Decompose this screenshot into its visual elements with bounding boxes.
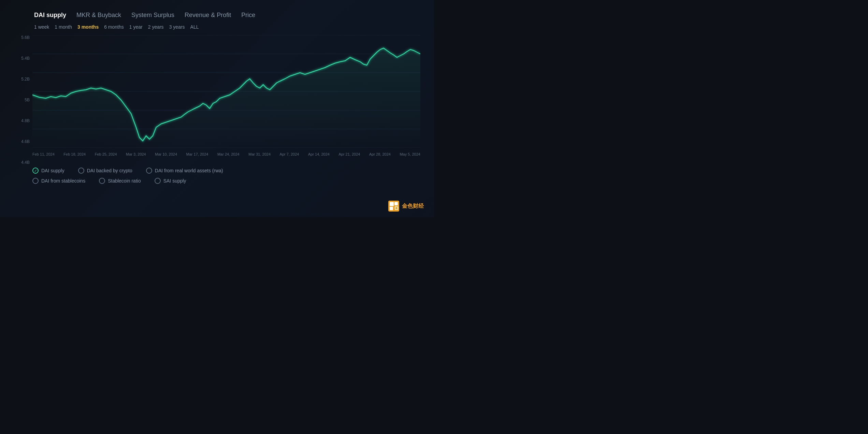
x-label-3: Mar 3, 2024 — [126, 152, 146, 156]
filter-all[interactable]: ALL — [190, 24, 199, 30]
legend-dai-backed-crypto[interactable]: DAI backed by crypto — [78, 168, 132, 174]
x-label-2: Feb 25, 2024 — [95, 152, 117, 156]
x-axis: Feb 11, 2024 Feb 18, 2024 Feb 25, 2024 M… — [32, 152, 420, 156]
legend-circle-stablecoin-ratio — [99, 178, 105, 184]
tab-price[interactable]: Price — [241, 10, 255, 20]
legend-label-stablecoin-ratio: Stablecoin ratio — [108, 178, 141, 184]
x-label-9: Apr 14, 2024 — [308, 152, 330, 156]
y-label-52: 5.2B — [14, 77, 30, 82]
legend-dai-supply[interactable]: DAI supply — [32, 168, 64, 174]
filter-2years[interactable]: 2 years — [148, 24, 164, 30]
legend-area: DAI supply DAI backed by crypto DAI from… — [14, 168, 420, 184]
nav-tabs: DAI supply MKR & Buyback System Surplus … — [14, 10, 420, 20]
x-label-1: Feb 18, 2024 — [63, 152, 86, 156]
filter-1week[interactable]: 1 week — [34, 24, 49, 30]
legend-dai-rwa[interactable]: DAI from real world assets (rwa) — [146, 168, 223, 174]
legend-circle-dai-backed — [78, 168, 84, 174]
x-label-8: Apr 7, 2024 — [280, 152, 299, 156]
svg-rect-9 — [390, 207, 393, 210]
x-label-7: Mar 31, 2024 — [248, 152, 271, 156]
y-label-50: 5B — [14, 98, 30, 102]
y-label-48: 4.8B — [14, 118, 30, 123]
svg-rect-10 — [395, 207, 398, 209]
legend-check-dai-supply — [32, 168, 39, 174]
watermark: 金色财经 — [388, 201, 424, 212]
watermark-text: 金色财经 — [402, 203, 424, 210]
y-label-56: 5.6B — [14, 35, 30, 40]
x-label-0: Feb 11, 2024 — [32, 152, 55, 156]
filter-3years[interactable]: 3 years — [169, 24, 185, 30]
time-filters: 1 week 1 month 3 months 6 months 1 year … — [14, 24, 420, 30]
legend-circle-dai-stablecoins — [32, 178, 39, 184]
tab-revenue-profit[interactable]: Revenue & Profit — [185, 10, 231, 20]
filter-6months[interactable]: 6 months — [104, 24, 124, 30]
legend-dai-stablecoins[interactable]: DAI from stablecoins — [32, 178, 85, 184]
svg-rect-7 — [390, 202, 394, 206]
filter-3months[interactable]: 3 months — [77, 24, 99, 30]
tab-dai-supply[interactable]: DAI supply — [34, 10, 66, 20]
chart-area: 5.6B 5.4B 5.2B 5B 4.8B 4.6B 4.4B — [14, 35, 420, 165]
legend-circle-sai-supply — [155, 178, 161, 184]
chart-canvas — [32, 35, 420, 148]
legend-label-sai-supply: SAI supply — [163, 178, 186, 184]
tab-system-surplus[interactable]: System Surplus — [131, 10, 174, 20]
legend-sai-supply[interactable]: SAI supply — [155, 178, 186, 184]
legend-row-2: DAI from stablecoins Stablecoin ratio SA… — [32, 178, 420, 184]
legend-label-dai-stablecoins: DAI from stablecoins — [41, 178, 85, 184]
x-label-5: Mar 17, 2024 — [186, 152, 208, 156]
filter-1year[interactable]: 1 year — [129, 24, 143, 30]
x-label-6: Mar 24, 2024 — [217, 152, 240, 156]
y-axis: 5.6B 5.4B 5.2B 5B 4.8B 4.6B 4.4B — [14, 35, 32, 165]
x-label-10: Apr 21, 2024 — [338, 152, 360, 156]
x-label-11: Apr 28, 2024 — [369, 152, 391, 156]
watermark-icon — [388, 201, 399, 212]
filter-1month[interactable]: 1 month — [55, 24, 72, 30]
y-label-46: 4.6B — [14, 139, 30, 144]
tab-mkr-buyback[interactable]: MKR & Buyback — [76, 10, 121, 20]
legend-label-dai-supply: DAI supply — [41, 168, 64, 173]
x-label-4: Mar 10, 2024 — [155, 152, 177, 156]
main-container: DAI supply MKR & Buyback System Surplus … — [0, 0, 434, 217]
legend-row-1: DAI supply DAI backed by crypto DAI from… — [32, 168, 420, 174]
y-label-44: 4.4B — [14, 160, 30, 165]
legend-label-dai-rwa: DAI from real world assets (rwa) — [155, 168, 223, 173]
svg-rect-8 — [394, 202, 398, 205]
legend-label-dai-backed: DAI backed by crypto — [87, 168, 132, 173]
legend-circle-dai-rwa — [146, 168, 152, 174]
y-label-54: 5.4B — [14, 56, 30, 61]
legend-stablecoin-ratio[interactable]: Stablecoin ratio — [99, 178, 141, 184]
x-label-12: May 5, 2024 — [400, 152, 420, 156]
